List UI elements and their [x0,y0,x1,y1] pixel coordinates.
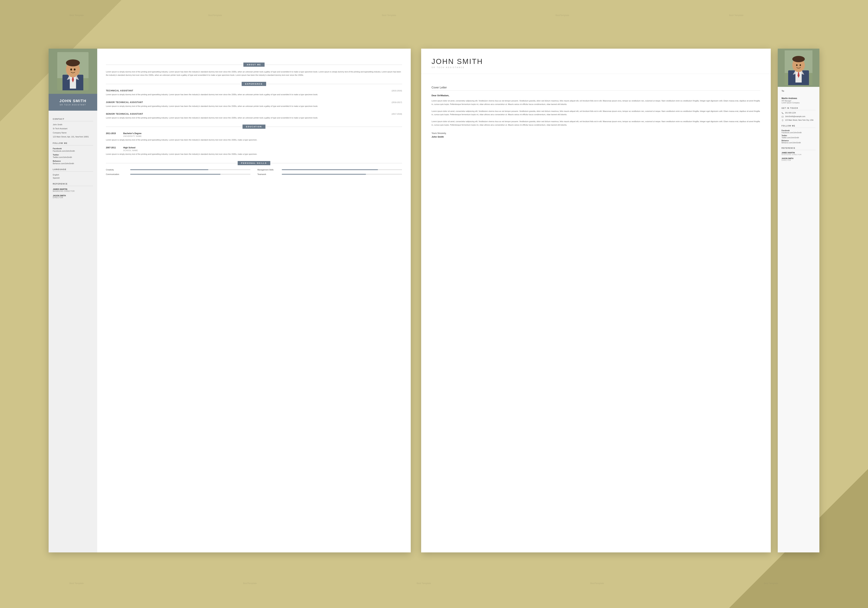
edu-school-1: UNIVERSITY NAME [123,135,402,137]
email-icon [781,116,784,118]
cs-to-name: Martin Andrews [781,97,815,100]
skill-communication-fill [130,174,220,174]
reference-item-2: JASON SMITH DIRECTOR [53,194,93,199]
edu-degree-1: Bachelor's Degree [123,132,141,135]
exp-date-2: (2016-2017) [392,101,402,103]
svg-point-6 [66,59,80,66]
svg-rect-22 [782,116,783,117]
language-english: English [53,174,93,176]
skills-section: Creativity Communication [106,169,402,178]
cover-header: JOHN SMITH SR TECH ASSISTANCE [421,49,771,74]
cs-fb-label: Facebook [781,130,815,132]
cs-address: 123 Main Street, New York City, USA [781,119,815,121]
exp-text-2: Lorem ipsum is simply dummy text of the … [106,104,402,108]
cs-ref-name-2: JASON SMITH [781,157,815,159]
reference-item-1: JAMES MARTIN MANAGING DIRECTOR [53,188,93,192]
about-section-header: ABOUT ME [106,62,402,67]
contact-name: John Smith [53,123,93,126]
skill-communication-bar [130,174,251,174]
cs-follow-title: FOLLOW ME [781,125,815,128]
resume-sidebar-content: CONTACT John Smith Sr Tech Assistant Com… [49,110,97,204]
cover-sidebar-content: Martin Andrews HR Manager Lorem Ipsum Co… [778,93,819,167]
reference-section-title: REFERENCE [53,183,93,186]
svg-point-17 [792,56,805,62]
contact-role: Sr Tech Assistant [53,128,93,130]
reference-role-1: MANAGING DIRECTOR [53,190,93,192]
edu-years-1: 2011-2015 [106,132,120,135]
edu-school-2: SCHOOL NAME [123,149,402,151]
reference-name-1: JAMES MARTIN [53,188,93,190]
phone-icon [781,112,784,114]
skill-creativity-fill [130,169,208,170]
skill-communication-label: Communication [106,173,127,175]
experience-label: EXPERIENCE [242,82,266,86]
language-spanish: Spanish [53,177,93,179]
skills-label: PERSONAL SKILLS [238,161,270,165]
skill-teamwork-fill [282,174,366,174]
cs-ref-name-1: JAMES MARTIN [781,152,815,154]
edu-text-2: Lorem ipsum is simply dummy text of the … [106,152,402,156]
skill-management-bar [282,169,402,170]
cs-to-company: Lorem Ipsum Company [781,102,815,104]
education-section-header: EDUCATION [106,124,402,129]
avatar-svg [57,52,88,90]
svg-point-10 [74,68,76,70]
behance-value: Behance.com/JohnSmith [53,162,93,165]
svg-point-9 [70,68,72,70]
cover-para-3: Lorem ipsum dolor sit amet, consectetur … [432,120,760,127]
cs-ref-2: JASON SMITH DIRECTOR [781,157,815,161]
to-label: To [778,87,819,93]
exp-title-2: JUNIOR TECHNICAL ASSISTANT [106,101,143,104]
about-label: ABOUT ME [243,62,265,67]
resume-subtitle: SR TECH ASSISTANT [53,104,93,106]
facebook-label: Facebook [53,148,93,149]
follow-section-title: FOLLOW ME [53,142,93,145]
cover-avatar-svg [785,50,812,85]
skill-teamwork-bar [282,174,402,174]
cs-tw-val: Twitter.com/JohnSmith [781,137,815,138]
exp-item-2: JUNIOR TECHNICAL ASSISTANT (2016-2017) L… [106,101,402,108]
svg-point-21 [800,64,801,66]
contact-company: Company Name [53,132,93,134]
resume-photo-area [49,49,97,94]
cs-ref-title: REFERENCE [781,147,815,150]
cs-tw-label: Twitter [781,135,815,137]
language-section-title: LANGUAGE [53,168,93,172]
cs-ref-role-2: DIRECTOR [781,159,815,161]
cover-closing: Yours Sincerely, [432,132,760,134]
cs-email: JohnSmith@example.com [781,115,815,118]
svg-point-20 [796,64,798,66]
skill-creativity-bar [130,169,251,170]
reference-role-2: DIRECTOR [53,197,93,199]
skill-creativity: Creativity [106,169,251,171]
edu-years-2: 2007-2011 [106,146,120,149]
cs-ref-role-1: MANAGING DIRECTOR [781,154,815,155]
skill-creativity-label: Creativity [106,169,127,171]
cover-para-1: Lorem ipsum dolor sit amet, consectetur … [432,99,760,106]
cs-address-value: 123 Main Street, New York City, USA [785,119,814,121]
skill-teamwork: Teamwork [257,173,402,175]
cover-signature: John Smith [432,135,760,138]
resume-sidebar: JOHN SMITH SR TECH ASSISTANT CONTACT Joh… [49,49,97,552]
cover-letter-document: JOHN SMITH SR TECH ASSISTANCE Cover Lett… [421,49,771,552]
exp-text-3: Lorem ipsum is simply dummy text of the … [106,116,402,120]
cover-sidebar: To Martin Andrews HR Manager Lorem Ipsum… [778,49,819,552]
exp-date-3: (2017-2018) [392,113,402,115]
cs-email-value: JohnSmith@example.com [785,115,805,117]
edu-item-2: 2007-2011 High School SCHOOL NAME Lorem … [106,146,402,156]
facebook-value: Facebook.com/JohnSmith [53,150,93,152]
cs-be-val: Behance.com/JohnSmith [781,142,815,144]
cs-phone-value: 201-500-1234 [785,112,796,114]
reference-name-2: JASON SMITH [53,194,93,197]
cs-be-label: Behance [781,140,815,142]
edu-degree-2: High School [123,146,135,149]
contact-section-title: CONTACT [53,118,93,121]
svg-point-23 [783,120,783,121]
cover-section-title: Cover Letter [432,86,760,91]
skill-teamwork-label: Teamwork [257,173,278,175]
behance-label: Behance [53,160,93,162]
edu-item-1: 2011-2015 Bachelor's Degree UNIVERSITY N… [106,132,402,142]
contact-address: 123 Main Street, Apt. 101, NewYork 10001 [53,135,93,138]
experience-section-header: EXPERIENCE [106,82,402,86]
resume-name-block: JOHN SMITH SR TECH ASSISTANT [49,94,97,110]
